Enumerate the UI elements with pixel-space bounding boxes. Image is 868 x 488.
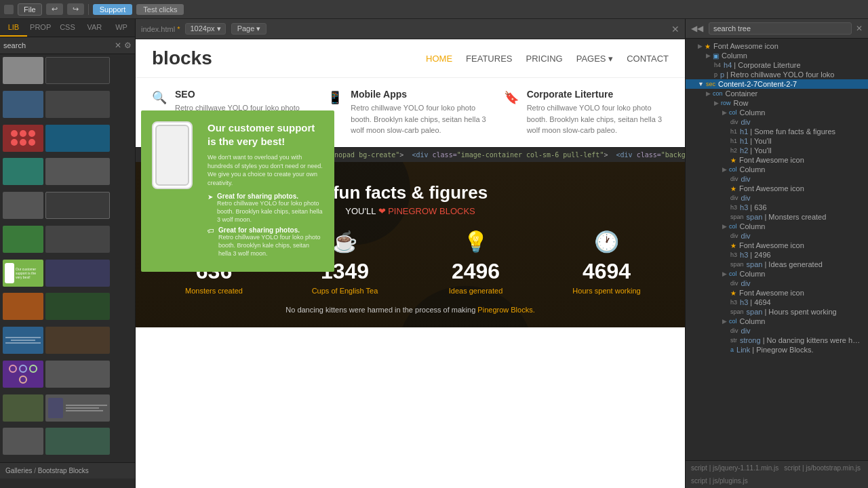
- tree-item-col1[interactable]: ▶ ▣ Column: [686, 51, 868, 60]
- tree-item-col3[interactable]: ▶ col Column: [686, 165, 868, 174]
- pinegrow-link[interactable]: Pinegrow Blocks.: [477, 306, 534, 314]
- tree-item-fa3[interactable]: ★ Font Awesome icon: [686, 184, 868, 193]
- zoom-button[interactable]: 1024px ▾: [185, 23, 225, 35]
- tree-item-fa5[interactable]: ★ Font Awesome icon: [686, 288, 868, 298]
- h3-2496-icon: h3: [730, 251, 737, 258]
- tree-item-div4[interactable]: div div: [686, 231, 868, 241]
- list-item[interactable]: [3, 361, 43, 388]
- tree-arrow[interactable]: ▶: [722, 166, 727, 173]
- list-item[interactable]: [3, 192, 43, 219]
- tree-item-div6[interactable]: div div: [686, 326, 868, 336]
- tree-item-link[interactable]: a Link | Pinegrow Blocks.: [686, 345, 868, 354]
- list-item[interactable]: [45, 428, 110, 455]
- tab-wp[interactable]: WP: [108, 19, 135, 37]
- tree-item-h3-636[interactable]: h3 h3 | 636: [686, 203, 868, 212]
- list-item[interactable]: [3, 293, 43, 320]
- list-item[interactable]: [3, 125, 43, 152]
- tree-text: h4 | Corporate Literture: [724, 61, 864, 69]
- test-clicks-button[interactable]: Test clicks: [136, 4, 184, 15]
- tree-item-span-monsters[interactable]: span span | Monsters created: [686, 212, 868, 222]
- tree-text: h3 | 4694: [740, 298, 864, 306]
- tree-item-strong[interactable]: str strong | No dancing kittens were har…: [686, 336, 868, 345]
- tree-arrow6[interactable]: ▶: [722, 318, 727, 325]
- tree-item-div3[interactable]: div div: [686, 193, 868, 203]
- nav-link-features[interactable]: FEATURES: [466, 54, 512, 64]
- tree-item-col2[interactable]: ▶ col Column: [686, 108, 868, 117]
- list-item[interactable]: [3, 57, 43, 84]
- support-button[interactable]: Support: [93, 4, 133, 15]
- tree-item-fa2[interactable]: ★ Font Awesome icon: [686, 155, 868, 165]
- list-item[interactable]: [45, 226, 110, 253]
- tree-arrow-selected[interactable]: ▼: [698, 81, 704, 87]
- tree-item-div2[interactable]: div div: [686, 174, 868, 184]
- list-item[interactable]: [45, 293, 110, 320]
- tree-item-fa4[interactable]: ★ Font Awesome icon: [686, 241, 868, 250]
- row-icon: row: [721, 100, 731, 106]
- tree-arrow[interactable]: ▶: [722, 223, 727, 230]
- tree-item-div5[interactable]: div div: [686, 279, 868, 288]
- list-item[interactable]: [45, 57, 110, 84]
- tree-item-container[interactable]: ▶ con Container: [686, 89, 868, 98]
- tree-item-h3-2496[interactable]: h3 h3 | 2496: [686, 250, 868, 260]
- list-item[interactable]: [45, 361, 110, 388]
- page-button[interactable]: Page ▾: [231, 23, 267, 35]
- tree-item-col5[interactable]: ▶ col Column: [686, 269, 868, 279]
- tree-item-h2[interactable]: h2 h2 | You'll: [686, 146, 868, 155]
- canvas-close-button[interactable]: ✕: [671, 24, 679, 35]
- tree-search-clear-icon[interactable]: ✕: [856, 24, 863, 33]
- tree-item-h1b[interactable]: h1 h1 | You'll: [686, 136, 868, 146]
- tree-item-h1a[interactable]: h1 h1 | Some fun facts & figures: [686, 127, 868, 136]
- search-settings-icon[interactable]: ⚙: [124, 41, 132, 50]
- tree-item-p[interactable]: p p | Retro chillwave YOLO four loko: [686, 70, 868, 79]
- nav-link-pricing[interactable]: PRICING: [526, 54, 563, 64]
- tree-item-col6[interactable]: ▶ col Column: [686, 317, 868, 326]
- tree-item-h4[interactable]: h4 h4 | Corporate Literture: [686, 60, 868, 70]
- tree-item-col4[interactable]: ▶ col Column: [686, 222, 868, 231]
- popup-feature-2: 🏷 Great for sharing photos. Retro chillw…: [208, 226, 323, 258]
- tab-css[interactable]: CSS: [54, 19, 81, 37]
- tree-arrow[interactable]: ▶: [698, 43, 703, 49]
- tree-item-fa1[interactable]: ▶ ★ Font Awesome icon: [686, 41, 868, 51]
- tree-item-h3-4694[interactable]: h3 h3 | 4694: [686, 298, 868, 307]
- nav-link-contact[interactable]: CONTACT: [627, 54, 669, 64]
- tree-arrow[interactable]: ▶: [722, 109, 727, 116]
- tree-item-content27[interactable]: ▼ sec Content-2-7Content-2-7: [686, 79, 868, 89]
- tab-var[interactable]: VAR: [81, 19, 108, 37]
- list-item[interactable]: [45, 327, 110, 354]
- list-item[interactable]: [45, 394, 110, 422]
- list-item[interactable]: [45, 125, 110, 152]
- tree-item-span-ideas[interactable]: span span | Ideas generated: [686, 260, 868, 269]
- list-item[interactable]: [3, 91, 43, 118]
- list-item[interactable]: [45, 260, 110, 287]
- list-item[interactable]: Our customer support is the very best!: [3, 260, 43, 287]
- panel-toggle-icon[interactable]: ◀◀: [691, 24, 703, 33]
- tab-prop[interactable]: PROP: [27, 19, 54, 37]
- tree-arrow[interactable]: ▶: [714, 100, 719, 106]
- script-label-3: script | js/plugins.js: [691, 477, 748, 485]
- tree-item-div1[interactable]: div div: [686, 117, 868, 127]
- list-item[interactable]: [45, 192, 110, 219]
- tree-search-input[interactable]: [709, 22, 852, 35]
- list-item[interactable]: [45, 158, 110, 185]
- nav-link-pages[interactable]: PAGES ▾: [576, 54, 613, 64]
- thumb-row: [3, 327, 110, 357]
- list-item[interactable]: [3, 158, 43, 185]
- search-input[interactable]: [3, 41, 115, 49]
- list-item[interactable]: [3, 226, 43, 253]
- list-item[interactable]: [3, 428, 43, 455]
- list-item[interactable]: [45, 91, 110, 118]
- file-menu-button[interactable]: File: [18, 3, 42, 16]
- nav-link-home[interactable]: HOME: [426, 54, 452, 64]
- redo-button[interactable]: ↪: [67, 3, 84, 15]
- search-clear-icon[interactable]: ✕: [115, 41, 121, 50]
- tree-arrow[interactable]: ▶: [706, 90, 711, 97]
- popup-feature-1-content: Great for sharing photos. Retro chillwav…: [217, 192, 323, 224]
- tree-item-span-hours[interactable]: span span | Hours spent working: [686, 307, 868, 317]
- list-item[interactable]: [3, 394, 43, 422]
- list-item[interactable]: [3, 327, 43, 354]
- tab-lib[interactable]: LIB: [0, 19, 27, 37]
- tree-arrow[interactable]: ▶: [706, 52, 711, 59]
- tree-arrow5[interactable]: ▶: [722, 270, 727, 277]
- undo-button[interactable]: ↩: [46, 3, 63, 15]
- tree-item-row[interactable]: ▶ row Row: [686, 98, 868, 108]
